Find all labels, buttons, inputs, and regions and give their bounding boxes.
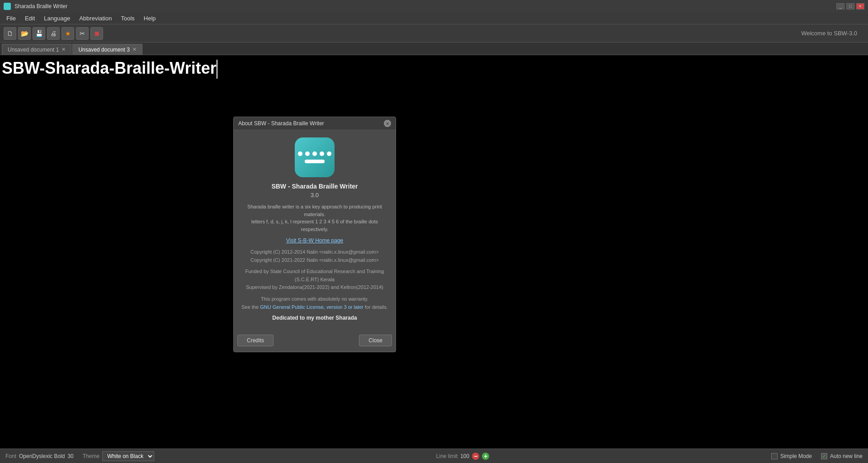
close-button[interactable]: Close [359, 335, 392, 346]
editor-area[interactable]: SBW-Sharada-Braille-Writer [0, 55, 868, 449]
logo-dots [298, 151, 331, 156]
window-controls: _ □ ✕ [836, 3, 864, 9]
simple-mode-label: Simple Mode [780, 453, 812, 459]
theme-label: Theme [83, 453, 99, 459]
tab-bar: Unsaved document 1 ✕ Unsaved document 3 … [0, 43, 868, 55]
tools-button[interactable]: ✂ [76, 27, 89, 40]
tab-document1[interactable]: Unsaved document 1 ✕ [2, 44, 71, 55]
dedication: Dedicated to my mother Sharada [241, 315, 388, 321]
theme-section: Theme White on Black Black on White [83, 451, 154, 461]
line-limit-increase-button[interactable]: + [482, 453, 489, 460]
save-button[interactable]: 💾 [33, 27, 45, 40]
logo-dot-2 [305, 151, 310, 156]
title-bar: Sharada Braille Writer _ □ ✕ [0, 0, 868, 13]
dialog-description: Sharada braille writer is a six key appr… [241, 203, 388, 233]
menu-language[interactable]: Language [39, 13, 75, 24]
maximize-button[interactable]: □ [846, 3, 854, 9]
copyright-2: Copyright (C) 2021-2022 Nalin <nalin.x.l… [250, 257, 379, 263]
auto-newline-section: ✓ Auto new line [821, 453, 863, 459]
new-button[interactable]: 🗋 [4, 27, 16, 40]
logo-bar [305, 160, 325, 163]
menu-bar: File Edit Language Abbreviation Tools He… [0, 13, 868, 24]
dialog-app-version: 3.0 [241, 192, 388, 198]
dialog-title-bar: About SBW - Sharada Braille Writer ✕ [234, 117, 396, 130]
welcome-message: Welcome to SBW-3.0 [801, 30, 857, 37]
line-limit-section: Line limit 100 − + [436, 453, 489, 460]
funding-info: Funded by State Council of Educational R… [241, 268, 388, 292]
homepage-link[interactable]: Visit S-B-W Home page [241, 237, 388, 244]
logo-dot-1 [298, 151, 302, 156]
editor-text-content: SBW-Sharada-Braille-Writer [2, 59, 217, 77]
copyright-1: Copyright (C) 2012-2014 Nalin <nalin.x.l… [250, 249, 379, 255]
app-icon [4, 3, 11, 10]
menu-abbreviation[interactable]: Abbreviation [75, 13, 116, 24]
line-limit-label: Line limit [436, 453, 458, 459]
menu-edit[interactable]: Edit [20, 13, 39, 24]
app-logo [295, 137, 335, 177]
warranty-info: This program comes with absolutely no wa… [241, 295, 388, 311]
dialog-body: SBW - Sharada Braille Writer 3.0 Sharada… [234, 130, 396, 335]
theme-select[interactable]: White on Black Black on White [102, 451, 154, 461]
minimize-button[interactable]: _ [836, 3, 844, 9]
menu-help[interactable]: Help [139, 13, 160, 24]
font-label: Font [5, 453, 16, 459]
tab-label: Unsaved document 3 [78, 47, 129, 53]
tab-close-3[interactable]: ✕ [132, 47, 137, 52]
line-limit-value: 100 [460, 453, 469, 459]
license-detail: for details. [365, 304, 388, 310]
tab-close-1[interactable]: ✕ [61, 47, 66, 52]
open-button[interactable]: 📂 [18, 27, 31, 40]
license-link[interactable]: GNU General Public License, version 3 or… [260, 304, 363, 310]
window-title: Sharada Braille Writer [14, 3, 67, 9]
simple-mode-checkbox[interactable] [771, 453, 778, 459]
dialog-title: About SBW - Sharada Braille Writer [238, 120, 324, 127]
cursor [217, 60, 217, 79]
stop-button[interactable]: ⏹ [90, 27, 103, 40]
font-section: Font OpenDyslexic Bold 30 [5, 453, 74, 459]
simple-mode-section: Simple Mode [771, 453, 812, 459]
auto-newline-checkbox[interactable]: ✓ [821, 453, 827, 459]
dialog-close-button[interactable]: ✕ [384, 120, 391, 127]
credits-button[interactable]: Credits [237, 335, 274, 346]
editor-content: SBW-Sharada-Braille-Writer [0, 55, 219, 82]
tab-label: Unsaved document 1 [8, 47, 59, 53]
font-value: OpenDyslexic Bold [19, 453, 65, 459]
menu-tools[interactable]: Tools [116, 13, 139, 24]
font-size-value: 30 [67, 453, 73, 459]
tab-document3[interactable]: Unsaved document 3 ✕ [72, 44, 142, 55]
logo-dot-3 [312, 151, 317, 156]
copyright-info: Copyright (C) 2012-2014 Nalin <nalin.x.l… [241, 248, 388, 264]
line-limit-decrease-button[interactable]: − [472, 453, 479, 460]
warranty-text: This program comes with absolutely no wa… [261, 296, 368, 302]
menu-file[interactable]: File [2, 13, 20, 24]
logo-dot-4 [320, 151, 324, 156]
print-button[interactable]: 🖨 [47, 27, 60, 40]
bookmark-button[interactable]: ★ [61, 27, 74, 40]
status-bar: Font OpenDyslexic Bold 30 Theme White on… [0, 449, 868, 463]
close-window-button[interactable]: ✕ [856, 3, 864, 9]
toolbar-left: 🗋 📂 💾 🖨 ★ ✂ ⏹ [4, 27, 103, 40]
logo-dot-5 [327, 151, 331, 156]
about-dialog: About SBW - Sharada Braille Writer ✕ SBW… [233, 117, 396, 352]
dialog-app-name: SBW - Sharada Braille Writer [241, 183, 388, 190]
toolbar: 🗋 📂 💾 🖨 ★ ✂ ⏹ Welcome to SBW-3.0 [0, 24, 868, 43]
auto-newline-label: Auto new line [830, 453, 863, 459]
title-bar-left: Sharada Braille Writer [4, 3, 67, 10]
dialog-buttons: Credits Close [234, 335, 396, 352]
